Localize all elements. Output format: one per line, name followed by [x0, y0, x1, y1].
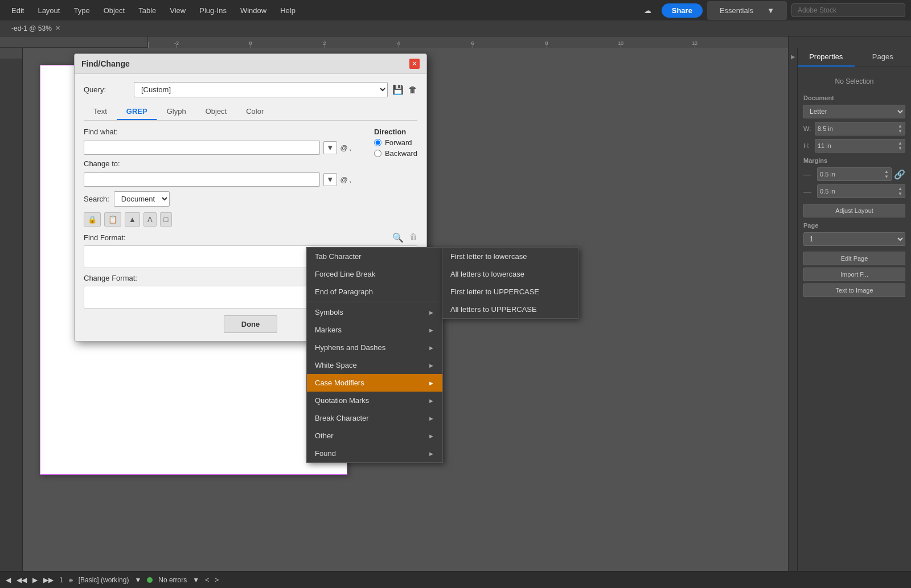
tab-object[interactable]: Object	[196, 103, 237, 120]
import-format-button[interactable]: Import F...	[803, 268, 905, 281]
menu-layout[interactable]: Layout	[32, 4, 65, 17]
next-error-btn[interactable]: >	[215, 576, 219, 584]
tab-text[interactable]: Text	[84, 103, 117, 120]
layer-icon-btn[interactable]: ▲	[125, 212, 140, 227]
margin-bottom-value: 0.5 in	[820, 188, 898, 195]
height-value: 11 in	[818, 142, 898, 149]
width-value: 8.5 in	[818, 125, 898, 132]
query-select[interactable]: [Custom]	[134, 82, 388, 97]
submenu-first-lower[interactable]: First letter to lowercase	[442, 248, 578, 265]
text-icon-btn[interactable]: A	[143, 212, 157, 227]
change-to-row: Change to:	[84, 159, 351, 168]
tab-grep[interactable]: GREP	[117, 103, 157, 120]
width-label: W:	[803, 125, 812, 132]
margin-top-up-arrow[interactable]: ▲	[884, 169, 889, 174]
menu-table[interactable]: Table	[133, 4, 162, 17]
width-up-arrow[interactable]: ▲	[898, 124, 902, 129]
margin-bottom-down-arrow[interactable]: ▼	[898, 191, 902, 196]
errors-dropdown[interactable]: ▼	[192, 576, 199, 584]
dialog-close-button[interactable]: ✕	[409, 59, 420, 69]
height-spinner: 11 in ▲ ▼	[815, 139, 905, 153]
menu-edit[interactable]: Edit	[6, 4, 30, 17]
margin-bottom-arrows[interactable]: ▲ ▼	[898, 186, 902, 196]
cloud-icon[interactable]: ☁	[638, 4, 657, 17]
find-input-row: ▼ @ ,	[84, 141, 351, 155]
ctx-break-character-arrow: ►	[428, 415, 434, 422]
chain-link-icon[interactable]: 🔗	[894, 169, 905, 180]
menu-object[interactable]: Object	[98, 4, 131, 17]
margin-top-arrows[interactable]: ▲ ▼	[884, 169, 889, 179]
tab-color[interactable]: Color	[236, 103, 273, 120]
submenu-first-upper[interactable]: First letter to UPPERCASE	[442, 283, 578, 301]
find-what-at[interactable]: @ ,	[340, 143, 351, 152]
zoom-icon[interactable]: ⎈	[69, 576, 73, 584]
tab-close-icon[interactable]: ✕	[55, 24, 60, 32]
style-dropdown[interactable]: ▼	[134, 576, 141, 584]
height-down-arrow[interactable]: ▼	[898, 146, 902, 151]
delete-query-icon[interactable]: 🗑	[408, 85, 417, 95]
frame-icon-btn[interactable]: □	[160, 212, 173, 227]
change-to-dropdown[interactable]: ▼	[323, 173, 337, 186]
height-label: H:	[803, 142, 812, 149]
height-up-arrow[interactable]: ▲	[898, 141, 902, 146]
edit-page-button[interactable]: Edit Page	[803, 252, 905, 265]
prev-page-btn[interactable]: ◀	[6, 576, 11, 584]
menu-type[interactable]: Type	[68, 4, 95, 17]
menu-window[interactable]: Window	[235, 4, 272, 17]
page-select[interactable]: 1	[803, 232, 905, 246]
menu-view[interactable]: View	[164, 4, 191, 17]
submenu-first-lower-label: First letter to lowercase	[450, 252, 527, 261]
search-select[interactable]: Document	[114, 191, 170, 207]
first-page-btn[interactable]: ◀◀	[17, 576, 27, 584]
height-arrows[interactable]: ▲ ▼	[898, 141, 902, 151]
find-format-trash-icon[interactable]: 🗑	[409, 232, 417, 243]
next-page-btn[interactable]: ▶	[32, 576, 38, 584]
menu-plugins[interactable]: Plug-Ins	[194, 4, 232, 17]
document-tab[interactable]: -ed-1 @ 53% ✕	[5, 22, 67, 35]
panel-tab-properties[interactable]: Properties	[798, 48, 855, 67]
save-query-icon[interactable]: 💾	[392, 84, 404, 95]
page-section-title: Page	[803, 222, 905, 229]
margin-top-spinner: 0.5 in ▲ ▼	[817, 167, 892, 181]
right-panel: Properties Pages No Selection Document L…	[797, 48, 911, 571]
ctx-found-arrow: ►	[428, 450, 434, 457]
change-to-input[interactable]	[84, 172, 320, 187]
prev-error-btn[interactable]: <	[205, 576, 209, 584]
panel-content: No Selection Document Letter W: 8.5 in ▲…	[798, 67, 911, 303]
adjust-layout-button[interactable]: Adjust Layout	[803, 204, 905, 217]
text-to-image-button[interactable]: Text to Image	[803, 283, 905, 297]
copy-icon-btn[interactable]: 📋	[104, 212, 121, 227]
find-what-dropdown[interactable]: ▼	[323, 141, 337, 154]
last-page-btn[interactable]: ▶▶	[43, 576, 54, 584]
width-down-arrow[interactable]: ▼	[898, 129, 902, 134]
submenu-all-lower[interactable]: All letters to lowercase	[442, 265, 578, 283]
width-arrows[interactable]: ▲ ▼	[898, 124, 902, 134]
margin-bottom-up-arrow[interactable]: ▲	[898, 186, 902, 191]
backward-radio-row: Backward	[374, 149, 417, 158]
change-to-at[interactable]: @ ,	[340, 175, 351, 184]
height-row: H: 11 in ▲ ▼	[803, 139, 905, 153]
change-format-search-icon[interactable]: 🔍	[392, 273, 404, 283]
panel-collapse-handle[interactable]: ▶	[788, 48, 797, 571]
backward-radio[interactable]	[374, 150, 381, 157]
menu-help[interactable]: Help	[274, 4, 301, 17]
submenu-all-upper[interactable]: All letters to UPPERCASE	[442, 301, 578, 318]
forward-radio[interactable]	[374, 139, 381, 146]
change-format-trash-icon[interactable]: 🗑	[409, 273, 417, 283]
document-size-select[interactable]: Letter	[803, 105, 905, 118]
essentials-button[interactable]: Essentials ▼	[707, 1, 787, 20]
find-what-input[interactable]	[84, 141, 320, 155]
panel-tab-pages[interactable]: Pages	[855, 48, 912, 67]
find-format-search-icon[interactable]: 🔍	[392, 232, 404, 243]
page-number[interactable]: 1	[59, 576, 63, 584]
adobe-stock-search[interactable]	[791, 3, 905, 17]
tab-label: -ed-1 @ 53%	[11, 24, 52, 32]
share-button[interactable]: Share	[662, 3, 703, 18]
find-format-box	[84, 245, 417, 268]
done-button[interactable]: Done	[224, 315, 278, 333]
status-bar: ◀ ◀◀ ▶ ▶▶ 1 ⎈ [Basic] (working) ▼ No err…	[0, 571, 911, 588]
margin-top-down-arrow[interactable]: ▼	[884, 174, 889, 179]
horizontal-ruler: -2 0 2 4 6 8 10 12	[148, 36, 788, 48]
tab-glyph[interactable]: Glyph	[157, 103, 196, 120]
lock-icon-btn[interactable]: 🔒	[84, 212, 101, 227]
